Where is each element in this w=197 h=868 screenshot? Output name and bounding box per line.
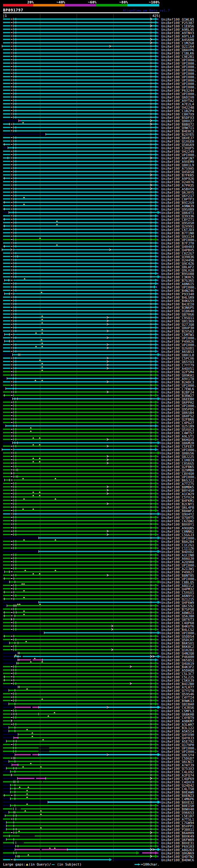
alignment-arrow bbox=[155, 85, 158, 88]
boundary-tick bbox=[13, 625, 13, 627]
hollow-arrow-inner bbox=[107, 493, 108, 494]
boundary-tick bbox=[13, 818, 13, 820]
gap-subject-dash-icon bbox=[11, 514, 12, 514]
boundary-tick bbox=[16, 499, 16, 502]
boundary-tick bbox=[16, 157, 16, 159]
boundary-tick bbox=[18, 733, 18, 736]
alignment-arrow bbox=[155, 105, 158, 109]
alignment-bar bbox=[3, 313, 155, 315]
alignment-bar bbox=[3, 113, 155, 115]
alignment-bar bbox=[4, 571, 155, 572]
boundary-tick bbox=[13, 62, 13, 64]
boundary-tick bbox=[13, 163, 13, 166]
boundary-tick bbox=[151, 384, 151, 386]
boundary-tick bbox=[6, 828, 6, 831]
alignment-bar bbox=[3, 598, 155, 599]
boundary-tick bbox=[151, 540, 151, 542]
alignment-bar bbox=[9, 731, 155, 732]
gap-subject-dash-icon bbox=[11, 297, 12, 298]
gap-query-triangle-icon bbox=[49, 847, 51, 848]
boundary-tick bbox=[11, 248, 11, 251]
boundary-tick bbox=[151, 723, 151, 725]
alignment-bar bbox=[12, 398, 158, 399]
alignment-bar bbox=[3, 700, 155, 701]
boundary-tick bbox=[13, 635, 14, 638]
boundary-tick bbox=[13, 516, 13, 519]
alignment-bar bbox=[9, 642, 155, 644]
alignment-arrow bbox=[155, 221, 158, 224]
gap-subject-dash-icon bbox=[11, 280, 12, 280]
boundary-tick bbox=[151, 35, 151, 37]
boundary-tick bbox=[16, 523, 16, 525]
boundary-tick bbox=[151, 642, 151, 644]
boundary-tick bbox=[13, 140, 13, 142]
alignment-bar bbox=[3, 117, 155, 118]
gap-subject-dash-icon bbox=[11, 541, 12, 541]
hollow-arrow-inner bbox=[130, 666, 131, 667]
alignment-arrow bbox=[155, 330, 158, 333]
boundary-tick bbox=[151, 584, 151, 587]
alignment-bar bbox=[38, 537, 158, 538]
boundary-tick bbox=[16, 21, 16, 24]
boundary-tick bbox=[14, 655, 14, 658]
boundary-tick bbox=[16, 194, 16, 197]
gap-query-triangle-icon bbox=[23, 610, 25, 612]
boundary-tick bbox=[4, 577, 5, 580]
boundary-tick bbox=[16, 662, 17, 664]
alignment-bar bbox=[67, 849, 158, 850]
boundary-tick bbox=[151, 730, 151, 732]
boundary-tick bbox=[151, 411, 151, 413]
boundary-tick bbox=[4, 611, 5, 614]
alignment-bar bbox=[3, 452, 158, 454]
boundary-tick bbox=[151, 79, 151, 81]
alignment-bar bbox=[3, 483, 155, 484]
alignment-arrow bbox=[155, 323, 158, 326]
boundary-tick bbox=[13, 327, 13, 329]
alignment-arrow bbox=[155, 475, 158, 478]
gap-query-triangle-icon bbox=[40, 810, 42, 811]
boundary-tick bbox=[151, 455, 151, 458]
gap-subject-dash-icon bbox=[11, 487, 12, 487]
hollow-arrow-inner bbox=[150, 174, 151, 176]
alignment-bar bbox=[3, 327, 155, 328]
gap-subject-dash-icon bbox=[11, 588, 12, 589]
alignment-arrow bbox=[155, 530, 158, 533]
boundary-tick bbox=[16, 269, 16, 271]
boundary-tick bbox=[151, 550, 151, 553]
alignment-bar bbox=[3, 236, 155, 237]
boundary-tick bbox=[19, 659, 19, 661]
boundary-tick bbox=[45, 133, 46, 135]
gap-subject-dash-icon bbox=[11, 700, 12, 701]
boundary-tick bbox=[20, 353, 20, 356]
boundary-tick bbox=[151, 835, 151, 837]
boundary-tick bbox=[16, 48, 16, 51]
alignment-arrow bbox=[155, 767, 158, 770]
alignment-bar bbox=[3, 629, 155, 630]
alignment-bar bbox=[3, 225, 155, 227]
boundary-tick bbox=[13, 48, 13, 51]
gap-subject-dash-icon bbox=[11, 673, 12, 674]
boundary-tick bbox=[13, 306, 13, 309]
boundary-tick bbox=[13, 79, 13, 81]
gap-query-triangle-icon bbox=[41, 698, 43, 700]
alignment-arrow bbox=[158, 601, 160, 604]
alignment-arrow bbox=[155, 584, 158, 587]
alignment-bar bbox=[3, 429, 155, 430]
boundary-tick bbox=[151, 726, 151, 729]
alignment-bar bbox=[24, 842, 155, 843]
alignment-arrow bbox=[155, 79, 158, 82]
boundary-tick bbox=[151, 421, 151, 424]
boundary-tick bbox=[16, 177, 16, 180]
boundary-tick bbox=[151, 537, 151, 539]
boundary-tick bbox=[4, 333, 5, 336]
boundary-tick bbox=[15, 760, 15, 763]
boundary-tick bbox=[18, 652, 18, 654]
hollow-arrow-inner bbox=[107, 486, 108, 488]
gap-query-triangle-icon bbox=[41, 380, 43, 381]
alignment-arrow bbox=[158, 513, 160, 516]
alignment-arrow bbox=[155, 82, 158, 85]
boundary-tick bbox=[16, 276, 16, 278]
alignment-bar bbox=[3, 723, 155, 725]
hollow-arrow-inner bbox=[150, 856, 151, 857]
boundary-tick bbox=[151, 428, 151, 430]
